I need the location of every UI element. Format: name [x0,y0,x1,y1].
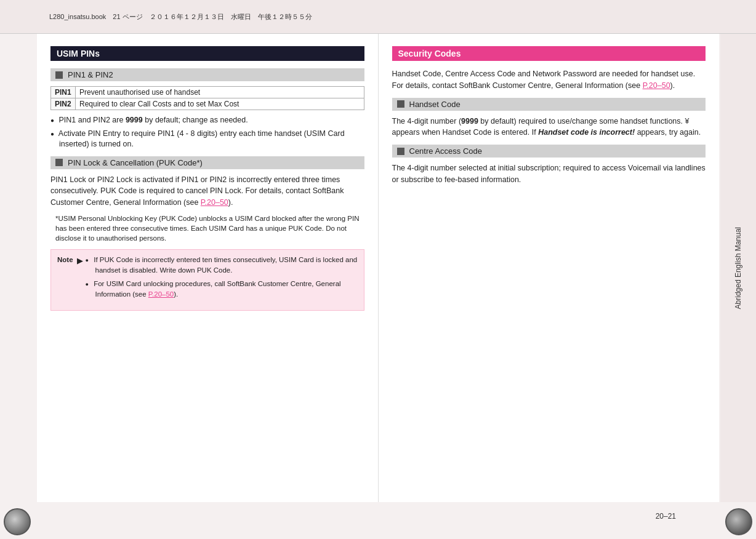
pin-lock-subheader: PIN Lock & Cancellation (PUK Code*) [50,156,364,169]
security-intro: Handset Code, Centre Access Code and Net… [392,68,706,92]
pin2-label: PIN2 [51,98,76,110]
intro-link[interactable]: P.20–50 [643,81,670,90]
pin1-row: PIN1 Prevent unauthorised use of handset [51,87,364,98]
sub-header-square2 [55,159,63,166]
header-bar: L280_insatsu.book 21 ページ ２０１６年１２月１３日 水曜日… [0,0,756,34]
handset-code-italic: Handset code is incorrect! [538,128,635,137]
note-bullet-1: If PUK Code is incorrectly entered ten t… [86,255,358,276]
bullet-pin-entry: Activate PIN Entry to require PIN1 (4 - … [50,129,364,150]
note-link[interactable]: P.20–50 [148,290,174,298]
handset-code-subheader: Handset Code [392,98,706,111]
right-column: Security Codes Handset Code, Centre Acce… [379,34,720,502]
right-sidebar: Abridged English Manual [720,34,756,502]
pin1-label: PIN1 [51,87,76,98]
centre-access-subheader: Centre Access Code [392,145,706,158]
sub-header-square3 [397,100,404,108]
security-codes-header: Security Codes [392,46,706,61]
header-text: L280_insatsu.book 21 ページ ２０１６年１２月１３日 水曜日… [49,12,312,22]
bullet-pin-default: PIN1 and PIN2 are 9999 by default; chang… [50,115,364,126]
sub-header-square [55,71,63,79]
pin-lock-body: PIN1 Lock or PIN2 Lock is activated if P… [50,174,364,209]
pin1-desc: Prevent unauthorised use of handset [76,87,364,98]
left-column: USIM PINs PIN1 & PIN2 PIN1 Prevent unaut… [37,34,379,502]
sub-header-square4 [397,148,404,155]
corner-decoration-br [725,508,752,535]
pin12-subheader: PIN1 & PIN2 [50,68,364,81]
page-num-bottom: 20–21 [656,512,676,521]
centre-access-body: The 4-digit number selected at initial s… [392,162,706,186]
pin-table: PIN1 Prevent unauthorised use of handset… [50,86,364,110]
usim-pins-header: USIM PINs [50,46,364,61]
puk-note: *USIM Personal Unblocking Key (PUK Code)… [55,214,364,243]
corner-decoration-bl2 [4,508,31,535]
content-area: USIM PINs PIN1 & PIN2 PIN1 Prevent unaut… [37,34,719,502]
pin2-row: PIN2 Required to clear Call Costs and to… [51,98,364,110]
pin2-desc: Required to clear Call Costs and to set … [76,98,364,110]
note-box: Note ▶ If PUK Code is incorrectly entere… [50,249,364,311]
sidebar-label: Abridged English Manual [734,227,742,309]
note-content: If PUK Code is incorrectly entered ten t… [86,255,358,302]
note-arrow: ▶ [77,255,83,267]
note-bullet-2: For USIM Card unlocking procedures, call… [86,279,358,300]
pin-lock-link[interactable]: P.20–50 [201,198,228,207]
handset-code-body: The 4-digit number (9999 by default) req… [392,116,706,139]
note-label: Note [57,255,73,265]
